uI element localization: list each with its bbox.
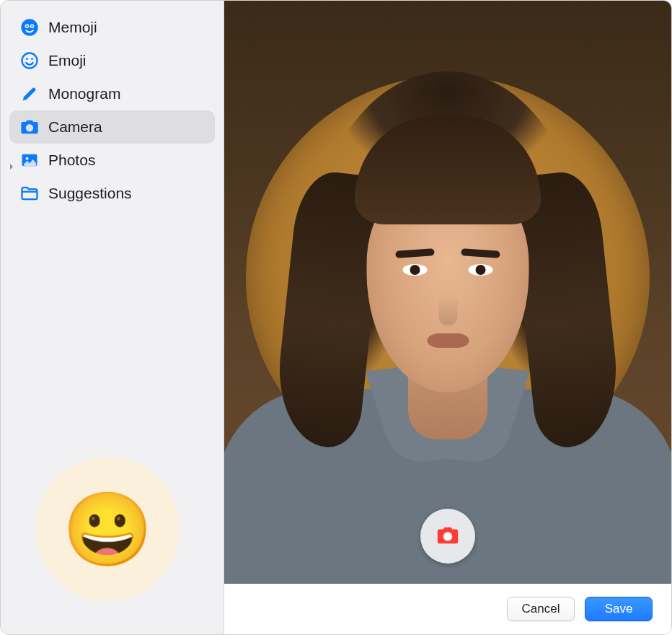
sidebar: Memoji Emoji Monogram Camera (1, 1, 224, 634)
dialog-footer: Cancel Save (224, 584, 671, 634)
sidebar-item-label: Camera (48, 118, 102, 136)
sidebar-item-suggestions[interactable]: Suggestions (9, 177, 215, 210)
svg-point-7 (31, 58, 33, 60)
avatar-emoji: 😀 (63, 493, 153, 565)
svg-point-6 (26, 58, 28, 60)
sidebar-item-label: Photos (48, 152, 95, 169)
pencil-icon (19, 84, 40, 104)
svg-point-10 (26, 157, 29, 160)
photos-icon (19, 150, 40, 170)
sidebar-item-label: Emoji (48, 52, 87, 69)
svg-point-12 (445, 533, 450, 538)
svg-point-8 (27, 126, 32, 130)
svg-point-3 (26, 25, 28, 27)
sidebar-item-emoji[interactable]: Emoji (9, 44, 215, 77)
svg-point-4 (31, 25, 33, 27)
profile-picture-dialog: Memoji Emoji Monogram Camera (0, 0, 672, 635)
current-avatar-preview: 😀 (1, 457, 224, 630)
main-panel: Cancel Save (224, 1, 671, 634)
sidebar-item-label: Memoji (48, 19, 97, 36)
avatar-circle: 😀 (35, 457, 180, 601)
sidebar-item-label: Suggestions (48, 185, 132, 202)
svg-point-0 (21, 19, 37, 35)
take-photo-button[interactable] (420, 509, 475, 564)
save-button[interactable]: Save (585, 597, 653, 621)
sidebar-item-memoji[interactable]: Memoji (9, 11, 215, 44)
sidebar-item-label: Monogram (48, 85, 120, 102)
sidebar-item-camera[interactable]: Camera (9, 110, 215, 144)
sidebar-item-monogram[interactable]: Monogram (9, 77, 215, 110)
sidebar-item-photos[interactable]: Photos (9, 144, 215, 177)
camera-shutter-icon (436, 523, 460, 550)
emoji-icon (19, 51, 40, 71)
svg-point-5 (22, 53, 37, 69)
folder-icon (19, 183, 40, 203)
cancel-button[interactable]: Cancel (507, 597, 575, 621)
camera-subject (246, 64, 650, 584)
camera-icon (19, 117, 40, 137)
camera-viewfinder (224, 1, 671, 584)
chevron-right-icon[interactable] (8, 157, 15, 164)
sidebar-list: Memoji Emoji Monogram Camera (1, 5, 224, 210)
memoji-icon (19, 17, 40, 38)
